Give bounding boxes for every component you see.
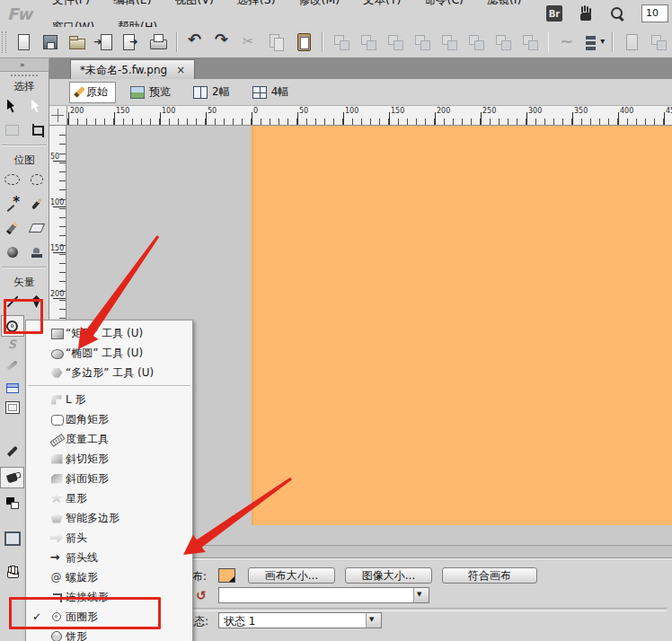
- flyout-item-chamfer-rect[interactable]: 斜切矩形: [26, 449, 192, 469]
- pointer-tool[interactable]: [1, 95, 24, 117]
- h-ruler-major-tick: [297, 112, 298, 125]
- menu-item-0[interactable]: 文件(F): [40, 0, 102, 6]
- flyout-item-ellipse[interactable]: “椭圆” 工具 (U): [26, 343, 192, 363]
- undo-icon[interactable]: [185, 31, 207, 53]
- redo-icon[interactable]: [212, 31, 234, 53]
- flyout-item-arrow[interactable]: 箭头: [26, 528, 192, 548]
- marquee-tool[interactable]: [1, 169, 24, 190]
- smart-polygon-shape: [50, 513, 64, 524]
- save-icon[interactable]: [40, 31, 61, 53]
- toolbar-drag-handle[interactable]: [2, 31, 6, 53]
- document-tab[interactable]: *未命名-5.fw.png ×: [70, 59, 195, 80]
- bridge-icon[interactable]: Br: [546, 5, 562, 22]
- print-icon[interactable]: [147, 31, 169, 53]
- pencil-tool[interactable]: [1, 217, 24, 239]
- lasso-tool-icon: [29, 172, 43, 186]
- lasso-tool[interactable]: [25, 169, 49, 190]
- v-ruler-label: 150: [50, 244, 64, 252]
- h-ruler-label: 200: [437, 107, 450, 115]
- gif-loop-icon[interactable]: ↺: [196, 588, 207, 602]
- bring-forward-icon: [465, 31, 487, 53]
- state-dropdown[interactable]: 状态 1: [218, 612, 382, 628]
- ruler-origin-icon[interactable]: [49, 106, 67, 126]
- menu-bar-right: Br 10: [546, 4, 672, 22]
- spiral-icon: [48, 572, 66, 584]
- subselect-tool[interactable]: [25, 95, 49, 117]
- new-document-icon[interactable]: [13, 31, 34, 53]
- toolbar-separator: [176, 32, 178, 52]
- h-ruler-major-tick: [343, 112, 344, 125]
- view-tab-原始[interactable]: 原始: [69, 82, 116, 103]
- paint-bucket-tool-icon: [6, 472, 18, 483]
- tools-dock-collapse[interactable]: »: [0, 57, 49, 72]
- menu-item-4[interactable]: 修改(M): [287, 0, 352, 6]
- magic-wand-tool[interactable]: [1, 193, 24, 215]
- chevron-down-icon[interactable]: [413, 588, 429, 602]
- menu-item-3[interactable]: 选择(S): [225, 0, 287, 6]
- menu-item-6[interactable]: 命令(C): [413, 0, 475, 6]
- view-tab-2幅[interactable]: 2幅: [185, 82, 238, 103]
- eraser-tool[interactable]: [25, 217, 49, 239]
- view-tab-预览[interactable]: 预览: [122, 82, 179, 103]
- h-ruler-label: 100: [345, 107, 358, 115]
- chevron-down-icon[interactable]: [366, 613, 381, 628]
- export-icon[interactable]: [120, 31, 142, 53]
- flyout-item-rect[interactable]: “矩形” 工具 (U): [26, 323, 192, 343]
- view-tab-4幅[interactable]: 4幅: [244, 82, 297, 103]
- crop-tool[interactable]: [25, 119, 49, 141]
- blur-tool[interactable]: [1, 241, 24, 263]
- arrow-line-shape: [50, 552, 64, 564]
- bevel-rect-icon: [48, 473, 66, 485]
- canvas-color-swatch[interactable]: [218, 568, 235, 583]
- menu-item-5[interactable]: 文本(T): [351, 0, 412, 6]
- crop-tool-icon: [31, 124, 43, 136]
- flyout-item-label: 斜切矩形: [66, 452, 109, 467]
- flyout-item-bevel-rect[interactable]: 斜面矩形: [26, 469, 192, 488]
- eyedropper-tool[interactable]: [0, 440, 24, 461]
- ellipse-shape: [50, 347, 64, 359]
- menu-item-7[interactable]: 滤镜(I): [475, 0, 533, 6]
- hand-tool[interactable]: [0, 561, 24, 583]
- chamfer-rect-shape: [50, 453, 64, 465]
- align-icon[interactable]: [583, 31, 605, 53]
- flyout-item-spiral[interactable]: 螺旋形: [26, 567, 192, 587]
- send-to-back-icon: [519, 31, 541, 53]
- flyout-item-l-shape[interactable]: L 形: [26, 390, 192, 409]
- hide-slices-tool[interactable]: [0, 397, 24, 418]
- arrow-shape: [50, 532, 64, 544]
- close-icon[interactable]: ×: [176, 65, 185, 75]
- paste-icon[interactable]: [293, 31, 314, 53]
- export-area-tool[interactable]: [0, 528, 24, 549]
- flyout-item-ruler[interactable]: 度量工具: [26, 429, 192, 449]
- arrow-line-icon: [48, 552, 66, 564]
- stroke-fill-chips[interactable]: [0, 492, 24, 514]
- search-icon[interactable]: [610, 6, 624, 21]
- flyout-item-star[interactable]: 星形: [26, 488, 192, 508]
- zoom-level-input[interactable]: 10: [641, 4, 668, 22]
- slice-tool[interactable]: [0, 377, 24, 399]
- stroke-fill-chips-icon: [6, 497, 19, 509]
- menu-item-1[interactable]: 编辑(E): [102, 0, 164, 6]
- rubber-stamp-tool[interactable]: [25, 241, 49, 263]
- canvas[interactable]: [252, 126, 672, 525]
- v-ruler-major-tick: [53, 161, 66, 162]
- flyout-item-polygon[interactable]: “多边形” 工具 (U): [26, 363, 192, 382]
- h-ruler-label: 50: [299, 107, 308, 115]
- fit-canvas-button[interactable]: 符合画布: [442, 567, 537, 584]
- paint-bucket-tool[interactable]: [0, 467, 24, 488]
- canvas-size-button[interactable]: 画布大小...: [248, 567, 335, 584]
- image-size-button[interactable]: 图像大小...: [345, 567, 432, 584]
- h-ruler-major-tick: [389, 112, 390, 125]
- flyout-item-smart-polygon[interactable]: 智能多边形: [26, 508, 192, 528]
- menu-item-2[interactable]: 视图(V): [164, 0, 225, 6]
- import-icon[interactable]: [93, 31, 115, 53]
- hand-icon[interactable]: [579, 6, 593, 21]
- loop-dropdown[interactable]: [218, 587, 429, 603]
- slice-tool-icon: [6, 383, 19, 393]
- brush-tool[interactable]: [25, 193, 49, 215]
- star-shape: [50, 493, 64, 505]
- spiral-shape: [50, 572, 64, 584]
- flyout-item-arrow-line[interactable]: 箭头线: [26, 548, 192, 567]
- open-icon[interactable]: [66, 31, 88, 53]
- flyout-item-rounded-rect[interactable]: 圆角矩形: [26, 409, 192, 429]
